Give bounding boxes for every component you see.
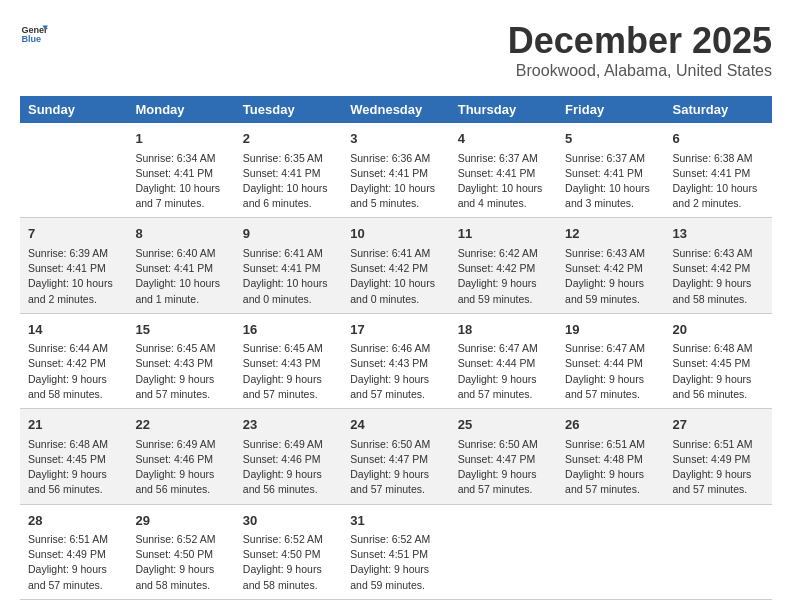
day-number: 30 <box>243 511 334 531</box>
cell-sun-info: Sunrise: 6:37 AMSunset: 4:41 PMDaylight:… <box>458 151 549 212</box>
page-subtitle: Brookwood, Alabama, United States <box>508 62 772 80</box>
calendar-cell: 26Sunrise: 6:51 AMSunset: 4:48 PMDayligh… <box>557 409 664 504</box>
cell-sun-info: Sunrise: 6:48 AMSunset: 4:45 PMDaylight:… <box>28 437 119 498</box>
header-day-tuesday: Tuesday <box>235 96 342 123</box>
cell-sun-info: Sunrise: 6:34 AMSunset: 4:41 PMDaylight:… <box>135 151 226 212</box>
calendar-cell <box>20 123 127 218</box>
day-number: 5 <box>565 129 656 149</box>
cell-sun-info: Sunrise: 6:52 AMSunset: 4:51 PMDaylight:… <box>350 532 441 593</box>
day-number: 26 <box>565 415 656 435</box>
calendar-week-row: 7Sunrise: 6:39 AMSunset: 4:41 PMDaylight… <box>20 218 772 313</box>
calendar-week-row: 21Sunrise: 6:48 AMSunset: 4:45 PMDayligh… <box>20 409 772 504</box>
calendar-cell: 19Sunrise: 6:47 AMSunset: 4:44 PMDayligh… <box>557 313 664 408</box>
day-number: 2 <box>243 129 334 149</box>
calendar-cell: 21Sunrise: 6:48 AMSunset: 4:45 PMDayligh… <box>20 409 127 504</box>
calendar-week-row: 1Sunrise: 6:34 AMSunset: 4:41 PMDaylight… <box>20 123 772 218</box>
calendar-cell: 31Sunrise: 6:52 AMSunset: 4:51 PMDayligh… <box>342 504 449 599</box>
calendar-cell: 24Sunrise: 6:50 AMSunset: 4:47 PMDayligh… <box>342 409 449 504</box>
cell-sun-info: Sunrise: 6:38 AMSunset: 4:41 PMDaylight:… <box>673 151 764 212</box>
day-number: 22 <box>135 415 226 435</box>
calendar-cell: 5Sunrise: 6:37 AMSunset: 4:41 PMDaylight… <box>557 123 664 218</box>
calendar-cell: 4Sunrise: 6:37 AMSunset: 4:41 PMDaylight… <box>450 123 557 218</box>
cell-sun-info: Sunrise: 6:45 AMSunset: 4:43 PMDaylight:… <box>243 341 334 402</box>
day-number: 4 <box>458 129 549 149</box>
calendar-cell: 6Sunrise: 6:38 AMSunset: 4:41 PMDaylight… <box>665 123 772 218</box>
day-number: 3 <box>350 129 441 149</box>
page-title: December 2025 <box>508 20 772 62</box>
calendar-cell: 11Sunrise: 6:42 AMSunset: 4:42 PMDayligh… <box>450 218 557 313</box>
svg-text:Blue: Blue <box>21 34 41 44</box>
calendar-cell: 27Sunrise: 6:51 AMSunset: 4:49 PMDayligh… <box>665 409 772 504</box>
cell-sun-info: Sunrise: 6:45 AMSunset: 4:43 PMDaylight:… <box>135 341 226 402</box>
title-area: December 2025 Brookwood, Alabama, United… <box>508 20 772 80</box>
day-number: 19 <box>565 320 656 340</box>
day-number: 12 <box>565 224 656 244</box>
header: General Blue December 2025 Brookwood, Al… <box>20 20 772 80</box>
cell-sun-info: Sunrise: 6:37 AMSunset: 4:41 PMDaylight:… <box>565 151 656 212</box>
day-number: 31 <box>350 511 441 531</box>
header-day-wednesday: Wednesday <box>342 96 449 123</box>
day-number: 11 <box>458 224 549 244</box>
header-day-monday: Monday <box>127 96 234 123</box>
cell-sun-info: Sunrise: 6:36 AMSunset: 4:41 PMDaylight:… <box>350 151 441 212</box>
calendar-cell: 20Sunrise: 6:48 AMSunset: 4:45 PMDayligh… <box>665 313 772 408</box>
cell-sun-info: Sunrise: 6:50 AMSunset: 4:47 PMDaylight:… <box>458 437 549 498</box>
calendar-week-row: 14Sunrise: 6:44 AMSunset: 4:42 PMDayligh… <box>20 313 772 408</box>
logo-icon: General Blue <box>20 20 48 48</box>
day-number: 21 <box>28 415 119 435</box>
calendar-cell: 1Sunrise: 6:34 AMSunset: 4:41 PMDaylight… <box>127 123 234 218</box>
day-number: 29 <box>135 511 226 531</box>
day-number: 6 <box>673 129 764 149</box>
day-number: 23 <box>243 415 334 435</box>
cell-sun-info: Sunrise: 6:43 AMSunset: 4:42 PMDaylight:… <box>673 246 764 307</box>
calendar-cell: 12Sunrise: 6:43 AMSunset: 4:42 PMDayligh… <box>557 218 664 313</box>
cell-sun-info: Sunrise: 6:47 AMSunset: 4:44 PMDaylight:… <box>458 341 549 402</box>
calendar-cell: 25Sunrise: 6:50 AMSunset: 4:47 PMDayligh… <box>450 409 557 504</box>
cell-sun-info: Sunrise: 6:51 AMSunset: 4:48 PMDaylight:… <box>565 437 656 498</box>
calendar-header-row: SundayMondayTuesdayWednesdayThursdayFrid… <box>20 96 772 123</box>
calendar-cell: 13Sunrise: 6:43 AMSunset: 4:42 PMDayligh… <box>665 218 772 313</box>
cell-sun-info: Sunrise: 6:41 AMSunset: 4:42 PMDaylight:… <box>350 246 441 307</box>
calendar-cell: 28Sunrise: 6:51 AMSunset: 4:49 PMDayligh… <box>20 504 127 599</box>
calendar-cell <box>557 504 664 599</box>
calendar-cell: 16Sunrise: 6:45 AMSunset: 4:43 PMDayligh… <box>235 313 342 408</box>
day-number: 24 <box>350 415 441 435</box>
cell-sun-info: Sunrise: 6:39 AMSunset: 4:41 PMDaylight:… <box>28 246 119 307</box>
day-number: 10 <box>350 224 441 244</box>
cell-sun-info: Sunrise: 6:43 AMSunset: 4:42 PMDaylight:… <box>565 246 656 307</box>
calendar-cell: 7Sunrise: 6:39 AMSunset: 4:41 PMDaylight… <box>20 218 127 313</box>
calendar-cell: 9Sunrise: 6:41 AMSunset: 4:41 PMDaylight… <box>235 218 342 313</box>
calendar-cell: 8Sunrise: 6:40 AMSunset: 4:41 PMDaylight… <box>127 218 234 313</box>
cell-sun-info: Sunrise: 6:41 AMSunset: 4:41 PMDaylight:… <box>243 246 334 307</box>
day-number: 16 <box>243 320 334 340</box>
cell-sun-info: Sunrise: 6:46 AMSunset: 4:43 PMDaylight:… <box>350 341 441 402</box>
day-number: 27 <box>673 415 764 435</box>
day-number: 17 <box>350 320 441 340</box>
day-number: 18 <box>458 320 549 340</box>
cell-sun-info: Sunrise: 6:49 AMSunset: 4:46 PMDaylight:… <box>243 437 334 498</box>
cell-sun-info: Sunrise: 6:51 AMSunset: 4:49 PMDaylight:… <box>28 532 119 593</box>
cell-sun-info: Sunrise: 6:40 AMSunset: 4:41 PMDaylight:… <box>135 246 226 307</box>
cell-sun-info: Sunrise: 6:51 AMSunset: 4:49 PMDaylight:… <box>673 437 764 498</box>
day-number: 7 <box>28 224 119 244</box>
cell-sun-info: Sunrise: 6:52 AMSunset: 4:50 PMDaylight:… <box>243 532 334 593</box>
calendar-week-row: 28Sunrise: 6:51 AMSunset: 4:49 PMDayligh… <box>20 504 772 599</box>
calendar-cell: 23Sunrise: 6:49 AMSunset: 4:46 PMDayligh… <box>235 409 342 504</box>
calendar-cell <box>450 504 557 599</box>
calendar-cell: 30Sunrise: 6:52 AMSunset: 4:50 PMDayligh… <box>235 504 342 599</box>
header-day-friday: Friday <box>557 96 664 123</box>
cell-sun-info: Sunrise: 6:47 AMSunset: 4:44 PMDaylight:… <box>565 341 656 402</box>
header-day-saturday: Saturday <box>665 96 772 123</box>
day-number: 1 <box>135 129 226 149</box>
cell-sun-info: Sunrise: 6:48 AMSunset: 4:45 PMDaylight:… <box>673 341 764 402</box>
logo: General Blue <box>20 20 48 48</box>
calendar-cell: 22Sunrise: 6:49 AMSunset: 4:46 PMDayligh… <box>127 409 234 504</box>
cell-sun-info: Sunrise: 6:50 AMSunset: 4:47 PMDaylight:… <box>350 437 441 498</box>
cell-sun-info: Sunrise: 6:44 AMSunset: 4:42 PMDaylight:… <box>28 341 119 402</box>
calendar-cell: 10Sunrise: 6:41 AMSunset: 4:42 PMDayligh… <box>342 218 449 313</box>
header-day-sunday: Sunday <box>20 96 127 123</box>
day-number: 28 <box>28 511 119 531</box>
cell-sun-info: Sunrise: 6:42 AMSunset: 4:42 PMDaylight:… <box>458 246 549 307</box>
day-number: 25 <box>458 415 549 435</box>
calendar-cell <box>665 504 772 599</box>
